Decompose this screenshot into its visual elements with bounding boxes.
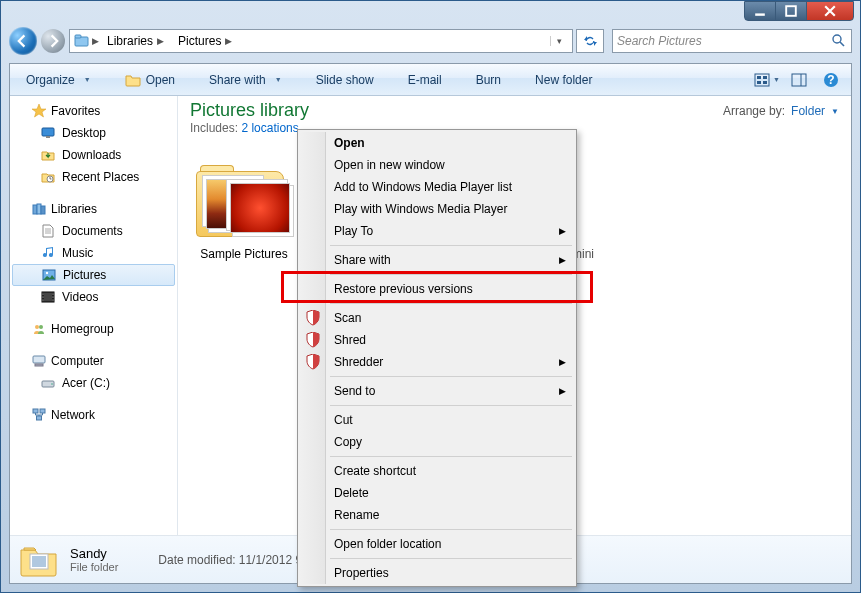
ctx-shred[interactable]: Shred (300, 329, 574, 351)
sidebar-homegroup[interactable]: Homegroup (10, 318, 177, 340)
slideshow-button[interactable]: Slide show (306, 68, 384, 92)
downloads-icon (40, 147, 56, 163)
ctx-properties[interactable]: Properties (300, 562, 574, 584)
shield-shredder-icon (304, 353, 322, 371)
sidebar-item-documents[interactable]: Documents (10, 220, 177, 242)
minimize-button[interactable] (744, 1, 776, 21)
nav-forward-button[interactable] (41, 29, 65, 53)
sidebar-group-label: Homegroup (51, 322, 114, 336)
arrange-by[interactable]: Arrange by: Folder ▼ (723, 104, 839, 118)
ctx-open-new-window[interactable]: Open in new window (300, 154, 574, 176)
sidebar-computer[interactable]: Computer (10, 350, 177, 372)
maximize-button[interactable] (775, 1, 807, 21)
svg-rect-20 (41, 206, 45, 214)
svg-point-32 (53, 294, 54, 295)
svg-rect-11 (792, 74, 806, 86)
new-folder-button[interactable]: New folder (525, 68, 602, 92)
ctx-delete[interactable]: Delete (300, 482, 574, 504)
window-controls (745, 1, 854, 21)
sidebar-item-label: Desktop (62, 126, 106, 140)
sidebar-item-label: Recent Places (62, 170, 139, 184)
folder-open-icon (125, 72, 141, 88)
library-includes: Includes: 2 locations (190, 121, 309, 135)
desktop-icon (40, 125, 56, 141)
sidebar-item-recent[interactable]: Recent Places (10, 166, 177, 188)
explorer-window: ▶ Libraries▶ Pictures▶ ▾ Search Pictures… (0, 0, 861, 593)
ctx-restore-versions[interactable]: Restore previous versions (300, 278, 574, 300)
svg-rect-18 (33, 205, 37, 214)
nav-back-button[interactable] (9, 27, 37, 55)
sidebar-item-pictures[interactable]: Pictures (12, 264, 175, 286)
share-with-button[interactable]: Share with (199, 68, 292, 92)
search-icon (831, 33, 845, 50)
ctx-copy[interactable]: Copy (300, 431, 574, 453)
sidebar-group-label: Libraries (51, 202, 97, 216)
ctx-shredder[interactable]: Shredder▶ (300, 351, 574, 373)
sidebar-item-desktop[interactable]: Desktop (10, 122, 177, 144)
submenu-arrow-icon: ▶ (559, 255, 566, 265)
library-title: Pictures library (190, 100, 309, 121)
svg-point-36 (39, 325, 43, 329)
folder-sample-pictures[interactable]: Sample Pictures (194, 165, 294, 261)
help-button[interactable]: ? (817, 68, 845, 92)
svg-point-25 (46, 272, 48, 274)
sidebar-favorites[interactable]: Favorites (10, 100, 177, 122)
ctx-share-with[interactable]: Share with▶ (300, 249, 574, 271)
shield-scan-icon (304, 309, 322, 327)
breadcrumb-pictures[interactable]: Pictures▶ (172, 30, 238, 52)
arrange-value: Folder (791, 104, 825, 118)
sidebar-group-label: Network (51, 408, 95, 422)
svg-rect-0 (755, 13, 765, 15)
chevron-right-icon: ▶ (157, 36, 164, 46)
view-mode-button[interactable] (753, 68, 781, 92)
sidebar-item-drive-c[interactable]: Acer (C:) (10, 372, 177, 394)
refresh-button[interactable] (576, 29, 604, 53)
svg-rect-10 (763, 81, 767, 84)
breadcrumb-seg-label: Libraries (107, 34, 153, 48)
ctx-play-wmp[interactable]: Play with Windows Media Player (300, 198, 574, 220)
sidebar-item-label: Videos (62, 290, 98, 304)
sidebar-item-videos[interactable]: Videos (10, 286, 177, 308)
address-history-dropdown[interactable]: ▾ (550, 36, 568, 46)
sidebar-network[interactable]: Network (10, 404, 177, 426)
svg-rect-16 (46, 136, 50, 138)
svg-text:?: ? (827, 73, 834, 87)
ctx-play-to[interactable]: Play To▶ (300, 220, 574, 242)
email-button[interactable]: E-mail (398, 68, 452, 92)
ctx-add-wmp-list[interactable]: Add to Windows Media Player list (300, 176, 574, 198)
sidebar-item-music[interactable]: Music (10, 242, 177, 264)
search-box[interactable]: Search Pictures (612, 29, 852, 53)
sidebar-item-label: Pictures (63, 268, 106, 282)
svg-rect-38 (35, 364, 43, 366)
search-placeholder: Search Pictures (617, 34, 702, 48)
recent-icon (40, 169, 56, 185)
sidebar-item-downloads[interactable]: Downloads (10, 144, 177, 166)
ctx-cut[interactable]: Cut (300, 409, 574, 431)
organize-button[interactable]: Organize (16, 68, 101, 92)
ctx-rename[interactable]: Rename (300, 504, 574, 526)
breadcrumb-libraries[interactable]: Libraries▶ (101, 30, 170, 52)
ctx-open[interactable]: Open (300, 132, 574, 154)
svg-point-40 (51, 383, 53, 385)
library-locations-link[interactable]: 2 locations (241, 121, 298, 135)
breadcrumb-separator-icon[interactable]: ▶ (92, 36, 99, 46)
address-bar[interactable]: ▶ Libraries▶ Pictures▶ ▾ (69, 29, 573, 53)
svg-rect-43 (37, 416, 42, 420)
libraries-icon (31, 201, 47, 217)
open-button[interactable]: Open (115, 68, 185, 92)
sidebar-libraries[interactable]: Libraries (10, 198, 177, 220)
ctx-open-folder-location[interactable]: Open folder location (300, 533, 574, 555)
svg-rect-1 (786, 6, 796, 16)
burn-button[interactable]: Burn (466, 68, 511, 92)
ctx-send-to[interactable]: Send to▶ (300, 380, 574, 402)
submenu-arrow-icon: ▶ (559, 386, 566, 396)
ctx-create-shortcut[interactable]: Create shortcut (300, 460, 574, 482)
nav-row: ▶ Libraries▶ Pictures▶ ▾ Search Pictures (9, 25, 852, 57)
ctx-scan[interactable]: Scan (300, 307, 574, 329)
sidebar-group-label: Computer (51, 354, 104, 368)
drive-icon (40, 375, 56, 391)
close-button[interactable] (806, 1, 854, 21)
preview-pane-button[interactable] (785, 68, 813, 92)
sidebar-item-label: Music (62, 246, 93, 260)
computer-icon (31, 353, 47, 369)
